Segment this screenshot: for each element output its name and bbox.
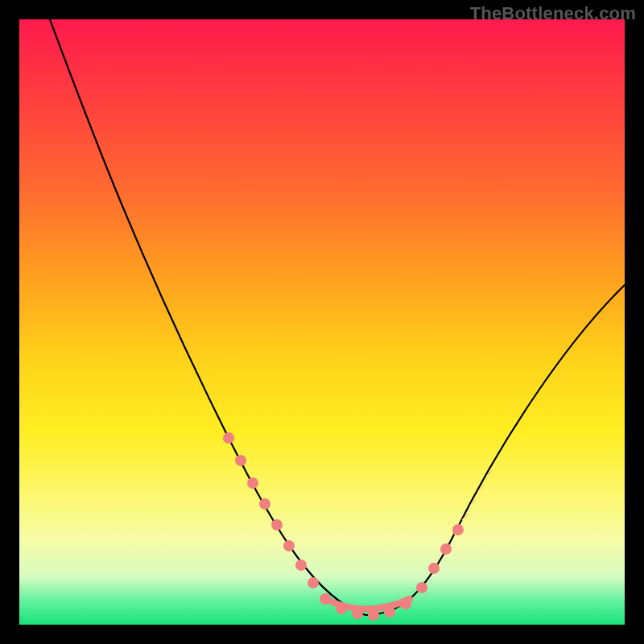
svg-point-17 — [384, 606, 395, 617]
svg-point-16 — [368, 609, 379, 621]
svg-point-10 — [283, 540, 295, 551]
chart-frame: TheBottleneck.com — [0, 0, 644, 644]
svg-point-9 — [271, 519, 283, 530]
svg-point-7 — [247, 477, 258, 489]
svg-point-12 — [308, 577, 319, 588]
svg-point-18 — [400, 598, 411, 609]
bottleneck-curve — [50, 19, 625, 615]
svg-point-11 — [295, 559, 307, 571]
svg-point-14 — [336, 603, 347, 614]
svg-point-19 — [416, 582, 427, 593]
svg-point-8 — [259, 498, 270, 510]
svg-point-6 — [235, 455, 246, 466]
svg-point-15 — [352, 608, 363, 619]
svg-point-21 — [440, 543, 452, 555]
svg-point-22 — [452, 524, 464, 535]
svg-point-5 — [223, 432, 234, 444]
svg-point-20 — [428, 563, 440, 574]
chart-svg — [19, 19, 625, 625]
plot-area — [19, 19, 625, 625]
svg-point-13 — [320, 593, 331, 605]
